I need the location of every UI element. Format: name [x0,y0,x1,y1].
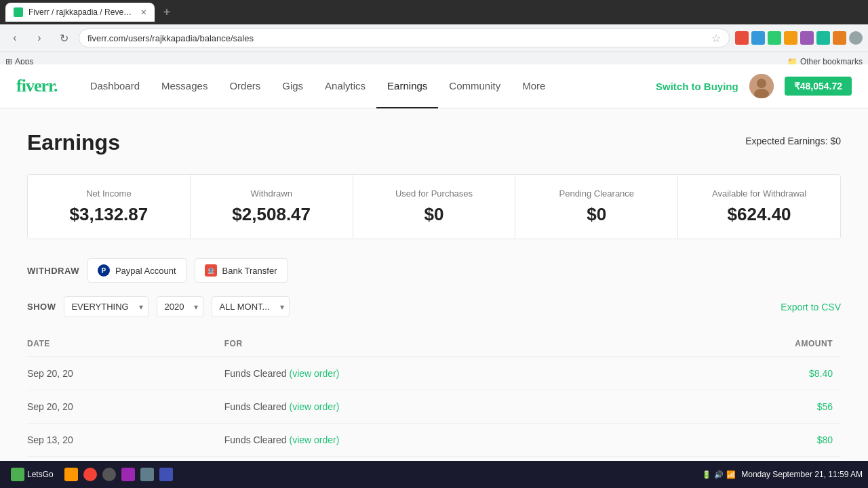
back-button[interactable]: ‹ [5,28,24,47]
row-for-2: Funds Cleared (view order) [224,424,673,457]
stat-withdrawn-value: $2,508.47 [207,204,336,225]
export-csv-button[interactable]: Export to CSV [781,302,841,312]
extensions-area [735,31,863,45]
row-date-2: Sep 13, 20 [27,424,224,457]
row-date-1: Sep 20, 20 [27,390,224,424]
stat-pending-clearance: Pending Clearance $0 [515,175,678,239]
taskbar: LetsGo 🔋 🔊 📶 Monday September 21, 11:59 … [0,461,868,488]
taskbar-clock: Monday September 21, 11:59 AM [741,470,863,479]
month-select[interactable]: ALL MONT... [212,296,290,317]
stat-available-label: Available for Withdrawal [694,188,824,199]
page-title: Earnings [27,130,120,155]
stats-bar: Net Income $3,132.87 Withdrawn $2,508.47… [27,174,841,239]
row-amount-2: $80 [673,424,841,457]
address-bar[interactable]: fiverr.com/users/rajkkapadia/balance/sal… [79,28,730,47]
ext-icon-4[interactable] [784,31,797,45]
expected-label: Expected Earnings: [745,136,827,146]
taskbar-icon-3[interactable] [83,468,97,481]
main-content: Earnings Expected Earnings: $0 Net Incom… [0,108,868,488]
tab-title: Fiverr / rajkkapadia / Revenu... [28,7,136,17]
taskbar-letsgp-label: LetsGo [27,470,54,479]
row-for-1: Funds Cleared (view order) [224,390,673,424]
volume-icon: 🔊 [714,470,724,479]
paypal-label: Paypal Account [115,266,176,276]
taskbar-right: 🔋 🔊 📶 Monday September 21, 11:59 AM [702,470,863,479]
table-row: Sep 13, 20 Funds Cleared (view order) $8… [27,424,841,457]
col-date: DATE [27,333,224,357]
reload-button[interactable]: ↻ [54,28,73,47]
withdraw-label: WITHDRAW [27,266,79,276]
stat-purchases-value: $0 [370,204,499,225]
expected-earnings: Expected Earnings: $0 [745,136,841,146]
ext-icon-1[interactable] [735,31,749,45]
fiverr-logo[interactable]: fiverr. [16,76,58,96]
nav-links: Dashboard Messages Orders Gigs Analytics… [79,64,656,108]
stat-purchases-label: Used for Purchases [370,188,499,199]
bank-transfer-button[interactable]: 🏦 Bank Transfer [195,258,288,283]
taskbar-letsgp[interactable]: LetsGo [5,465,59,484]
view-order-link-2[interactable]: (view order) [290,434,340,445]
stat-net-income-value: $3,132.87 [44,204,174,225]
main-nav: fiverr. Dashboard Messages Orders Gigs A… [0,64,868,108]
nav-earnings[interactable]: Earnings [376,64,438,108]
expected-value: $0 [830,136,841,146]
bank-label: Bank Transfer [222,266,277,276]
switch-to-buying-button[interactable]: Switch to Buying [656,81,738,92]
battery-icon: 🔋 [702,470,711,479]
table-header-row: DATE FOR AMOUNT [27,333,841,357]
ext-icon-3[interactable] [768,31,781,45]
ext-icon-2[interactable] [751,31,765,45]
balance-badge[interactable]: ₹48,054.72 [785,77,852,96]
system-tray-icons: 🔋 🔊 📶 [702,470,736,479]
taskbar-icon-7[interactable] [159,468,173,481]
forward-button[interactable]: › [30,28,49,47]
tab-close-icon[interactable]: × [141,7,146,18]
nav-more[interactable]: More [511,64,556,108]
stat-available-withdrawal: Available for Withdrawal $624.40 [678,175,840,239]
ext-icon-6[interactable] [816,31,830,45]
year-select-wrapper: 2020 [157,296,203,317]
bookmark-icon[interactable]: ☆ [711,32,721,45]
paypal-icon: P [98,264,110,277]
network-icon: 📶 [726,470,736,479]
col-for: FOR [224,333,673,357]
nav-analytics[interactable]: Analytics [314,64,376,108]
tab-favicon [14,7,23,17]
row-for-0: Funds Cleared (view order) [224,357,673,390]
nav-right: Switch to Buying ₹48,054.72 [656,74,852,98]
taskbar-icon-4[interactable] [102,468,116,481]
show-section: SHOW EVERYTHING 2020 ALL MONT... Export … [27,296,841,317]
nav-messages[interactable]: Messages [151,64,218,108]
nav-gigs[interactable]: Gigs [271,64,314,108]
filter-select[interactable]: EVERYTHING [64,296,149,317]
letsgp-icon [11,468,24,481]
svg-point-1 [757,79,766,88]
month-select-wrapper: ALL MONT... [212,296,290,317]
page-header: Earnings Expected Earnings: $0 [27,130,841,155]
nav-orders[interactable]: Orders [218,64,271,108]
ext-icon-7[interactable] [833,31,846,45]
table-row: Sep 20, 20 Funds Cleared (view order) $8… [27,357,841,390]
col-amount: AMOUNT [673,333,841,357]
nav-dashboard[interactable]: Dashboard [79,64,151,108]
new-tab-button[interactable]: + [157,3,176,22]
taskbar-icon-5[interactable] [121,468,135,481]
stat-available-value: $624.40 [694,204,824,225]
withdraw-section: WITHDRAW P Paypal Account 🏦 Bank Transfe… [27,258,841,283]
nav-community[interactable]: Community [438,64,511,108]
taskbar-icon-2[interactable] [64,468,78,481]
table-row: Sep 20, 20 Funds Cleared (view order) $5… [27,390,841,424]
ext-icon-8[interactable] [849,31,863,45]
address-text: fiverr.com/users/rajkkapadia/balance/sal… [87,33,706,43]
taskbar-icon-6[interactable] [140,468,154,481]
view-order-link-0[interactable]: (view order) [290,368,340,379]
show-label: SHOW [27,302,56,312]
year-select[interactable]: 2020 [157,296,203,317]
active-tab[interactable]: Fiverr / rajkkapadia / Revenu... × [5,3,155,22]
ext-icon-5[interactable] [800,31,814,45]
stat-used-for-purchases: Used for Purchases $0 [353,175,516,239]
user-avatar[interactable] [749,74,774,98]
view-order-link-1[interactable]: (view order) [290,401,340,412]
stat-pending-value: $0 [532,204,661,225]
paypal-withdraw-button[interactable]: P Paypal Account [87,258,186,283]
